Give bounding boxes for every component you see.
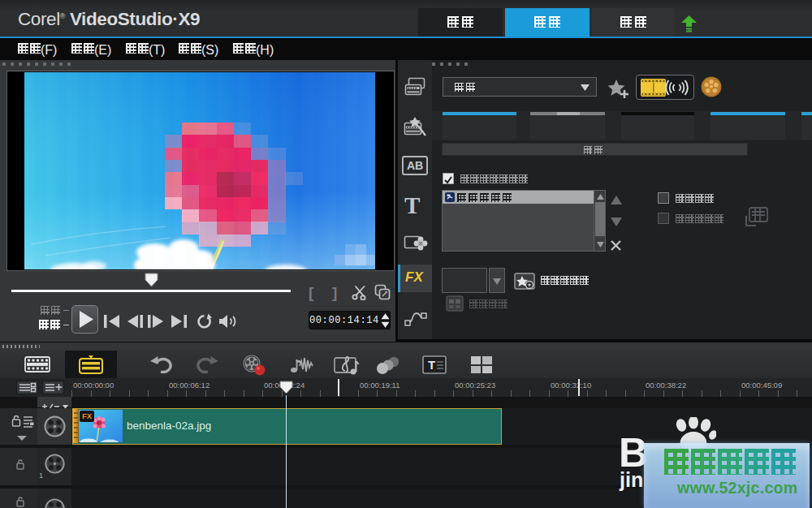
svg-text:T: T (428, 358, 435, 372)
